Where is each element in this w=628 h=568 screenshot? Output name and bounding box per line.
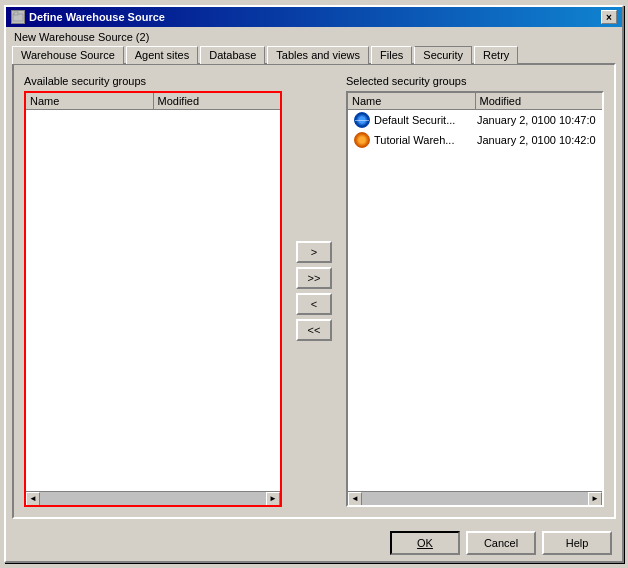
available-groups-body[interactable]: [26, 110, 280, 491]
tab-agent-sites[interactable]: Agent sites: [126, 46, 198, 64]
available-groups-panel: Available security groups Name Modified …: [24, 75, 282, 507]
svg-rect-1: [14, 12, 18, 15]
available-groups-list[interactable]: Name Modified ◄ ►: [24, 91, 282, 507]
tab-database[interactable]: Database: [200, 46, 265, 64]
selected-row-0-modified: January 2, 0100 10:47:0: [475, 114, 598, 126]
move-right-all-button[interactable]: >>: [296, 267, 332, 289]
selected-row-1-name: Tutorial Wareh...: [352, 132, 475, 148]
tab-files[interactable]: Files: [371, 46, 412, 64]
available-groups-header: Name Modified: [26, 93, 280, 110]
tab-tables-views[interactable]: Tables and views: [267, 46, 369, 64]
scroll-right-arrow-r[interactable]: ►: [588, 492, 602, 506]
window-title: Define Warehouse Source: [29, 11, 165, 23]
tab-security[interactable]: Security: [414, 46, 472, 64]
footer: OK Cancel Help: [6, 525, 622, 561]
scroll-left-arrow[interactable]: ◄: [26, 492, 40, 506]
move-left-button[interactable]: <: [296, 293, 332, 315]
selected-row-1-modified: January 2, 0100 10:42:0: [475, 134, 598, 146]
selected-groups-list[interactable]: Name Modified Default Securit... January…: [346, 91, 604, 507]
scroll-track-right[interactable]: [362, 492, 588, 505]
cancel-button[interactable]: Cancel: [466, 531, 536, 555]
selected-groups-panel: Selected security groups Name Modified D…: [346, 75, 604, 507]
selected-row-1[interactable]: Tutorial Wareh... January 2, 0100 10:42:…: [348, 130, 602, 150]
available-scrollbar-h[interactable]: ◄ ►: [26, 491, 280, 505]
selected-groups-body[interactable]: Default Securit... January 2, 0100 10:47…: [348, 110, 602, 491]
tab-bar: Warehouse Source Agent sites Database Ta…: [6, 45, 622, 63]
available-groups-label: Available security groups: [24, 75, 282, 87]
scroll-track-left[interactable]: [40, 492, 266, 505]
tab-retry[interactable]: Retry: [474, 46, 518, 64]
move-right-button[interactable]: >: [296, 241, 332, 263]
ok-label: OK: [417, 537, 433, 549]
window-subtitle: New Warehouse Source (2): [6, 27, 622, 45]
panels-row: Available security groups Name Modified …: [24, 75, 604, 507]
available-name-header: Name: [26, 93, 154, 109]
globe-orange-icon-1: [354, 132, 370, 148]
close-button[interactable]: ×: [601, 10, 617, 24]
selected-name-header: Name: [348, 93, 476, 109]
selected-modified-header: Modified: [476, 93, 603, 109]
ok-button[interactable]: OK: [390, 531, 460, 555]
selected-scrollbar-h[interactable]: ◄ ►: [348, 491, 602, 505]
move-left-all-button[interactable]: <<: [296, 319, 332, 341]
selected-row-0-name: Default Securit...: [352, 112, 475, 128]
scroll-left-arrow-r[interactable]: ◄: [348, 492, 362, 506]
globe-blue-icon-0: [354, 112, 370, 128]
tab-content: Available security groups Name Modified …: [12, 63, 616, 519]
title-bar: Define Warehouse Source ×: [6, 7, 622, 27]
transfer-buttons: > >> < <<: [290, 75, 338, 507]
tab-warehouse-source[interactable]: Warehouse Source: [12, 46, 124, 64]
scroll-right-arrow[interactable]: ►: [266, 492, 280, 506]
selected-row-0[interactable]: Default Securit... January 2, 0100 10:47…: [348, 110, 602, 130]
window-icon: [11, 10, 25, 24]
available-modified-header: Modified: [154, 93, 281, 109]
selected-groups-label: Selected security groups: [346, 75, 604, 87]
help-button[interactable]: Help: [542, 531, 612, 555]
main-window: Define Warehouse Source × New Warehouse …: [4, 5, 624, 563]
selected-groups-header: Name Modified: [348, 93, 602, 110]
